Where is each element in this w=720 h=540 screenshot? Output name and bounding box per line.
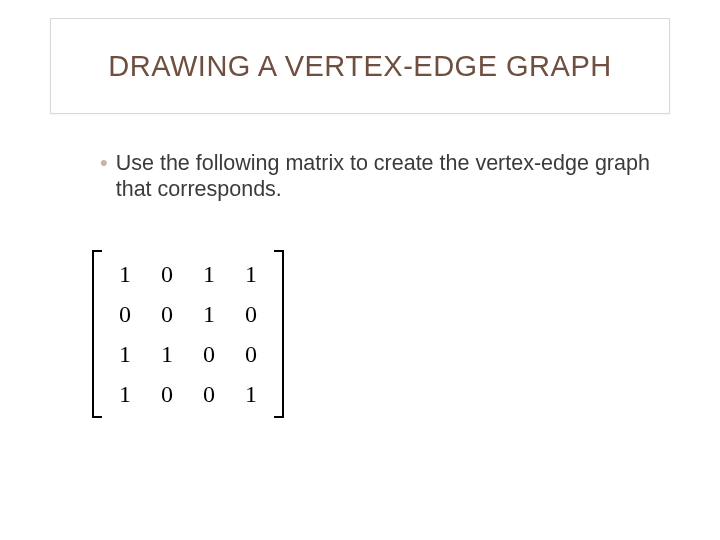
matrix-cell: 1 <box>104 334 146 374</box>
matrix-cell: 0 <box>146 294 188 334</box>
matrix: 1 0 1 1 0 0 1 0 1 1 0 0 1 0 0 1 <box>92 250 284 418</box>
matrix-cell: 0 <box>146 254 188 294</box>
matrix-cell: 1 <box>146 334 188 374</box>
matrix-cell: 0 <box>188 374 230 414</box>
matrix-cell: 1 <box>230 254 272 294</box>
matrix-cell: 1 <box>188 254 230 294</box>
matrix-cell: 0 <box>104 294 146 334</box>
slide-title: DRAWING A VERTEX-EDGE GRAPH <box>108 50 611 83</box>
matrix-cell: 0 <box>146 374 188 414</box>
right-bracket-icon <box>274 250 284 418</box>
title-container: DRAWING A VERTEX-EDGE GRAPH <box>50 18 670 114</box>
left-bracket-icon <box>92 250 102 418</box>
matrix-cell: 0 <box>230 294 272 334</box>
matrix-cell: 1 <box>188 294 230 334</box>
matrix-cell: 1 <box>104 254 146 294</box>
bullet-dot-icon: • <box>100 150 108 176</box>
bullet-item: • Use the following matrix to create the… <box>100 150 660 202</box>
matrix-cell: 0 <box>230 334 272 374</box>
bullet-text: Use the following matrix to create the v… <box>116 150 660 202</box>
matrix-cell: 0 <box>188 334 230 374</box>
bullet-block: • Use the following matrix to create the… <box>100 150 660 202</box>
matrix-cell: 1 <box>230 374 272 414</box>
matrix-grid: 1 0 1 1 0 0 1 0 1 1 0 0 1 0 0 1 <box>102 250 274 418</box>
matrix-cell: 1 <box>104 374 146 414</box>
